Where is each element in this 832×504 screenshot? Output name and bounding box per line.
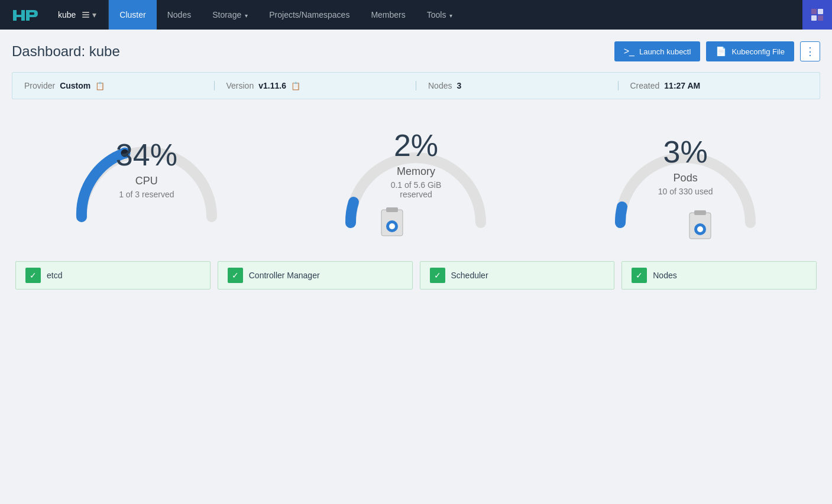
nodes-check-icon: ✓ — [632, 268, 647, 283]
svg-rect-6 — [811, 15, 817, 21]
provider-info: Provider Custom 📋 — [24, 81, 215, 90]
version-info: Version v1.11.6 📋 — [226, 81, 417, 90]
status-item-scheduler: ✓ Scheduler — [420, 261, 615, 290]
info-bar: Provider Custom 📋 Version v1.11.6 📋 Node… — [12, 72, 820, 99]
svg-rect-3 — [82, 17, 89, 18]
grid-menu-icon[interactable] — [802, 0, 832, 30]
svg-rect-4 — [811, 9, 817, 14]
gauges-row: 34% CPU 1 of 3 reserved — [12, 113, 820, 243]
svg-rect-15 — [694, 210, 706, 215]
header-actions: >_ Launch kubectl 📄 Kubeconfig File ⋮ — [614, 41, 820, 61]
pods-sub: 10 of 330 used — [658, 187, 713, 196]
version-label: Version — [226, 81, 254, 90]
controller-manager-label: Controller Manager — [249, 271, 320, 280]
cpu-gauge-visual: 34% CPU 1 of 3 reserved — [64, 119, 229, 238]
nav-items: Cluster Nodes Storage Projects/Namespace… — [109, 0, 802, 30]
svg-rect-1 — [82, 12, 89, 13]
cpu-gauge: 34% CPU 1 of 3 reserved — [58, 119, 235, 238]
svg-rect-11 — [386, 207, 398, 212]
pods-gauge-center: 3% Pods 10 of 330 used — [658, 136, 713, 196]
nodes-status-label: Nodes — [653, 271, 676, 280]
nav-item-cluster[interactable]: Cluster — [109, 0, 156, 30]
pods-percent: 3% — [658, 136, 713, 167]
pods-gauge: 3% Pods 10 of 330 used — [597, 119, 774, 238]
svg-point-9 — [79, 214, 85, 220]
nav-item-nodes[interactable]: Nodes — [157, 0, 202, 30]
provider-value: Custom — [60, 81, 90, 90]
cpu-sub: 1 of 3 reserved — [116, 190, 177, 199]
launch-kubectl-button[interactable]: >_ Launch kubectl — [614, 41, 701, 61]
version-copy-icon[interactable]: 📋 — [291, 82, 300, 90]
page-header: Dashboard: kube >_ Launch kubectl 📄 Kube… — [12, 41, 820, 61]
storage-chevron-icon — [244, 10, 248, 19]
nodes-value: 3 — [457, 81, 461, 90]
etcd-check-icon: ✓ — [25, 268, 41, 283]
scheduler-label: Scheduler — [451, 271, 488, 280]
etcd-label: etcd — [47, 271, 62, 280]
status-item-controller-manager: ✓ Controller Manager — [218, 261, 413, 290]
svg-point-13 — [389, 223, 395, 229]
memory-gauge-center: 2% Memory 0.1 of 5.6 GiB reserved — [374, 130, 457, 199]
brand-logo[interactable] — [0, 0, 50, 30]
created-value: 11:27 AM — [664, 81, 700, 90]
nav-right — [802, 0, 832, 30]
svg-rect-5 — [818, 9, 823, 14]
created-label: Created — [630, 81, 660, 90]
nav-item-projects[interactable]: Projects/Namespaces — [258, 0, 360, 30]
nodes-label: Nodes — [428, 81, 452, 90]
provider-copy-icon[interactable]: 📋 — [95, 82, 105, 90]
provider-label: Provider — [24, 81, 55, 90]
memory-sub: 0.1 of 5.6 GiB reserved — [374, 180, 457, 199]
document-icon: 📄 — [716, 46, 727, 57]
page-title: Dashboard: kube — [12, 43, 120, 60]
cluster-name: kube — [58, 10, 76, 19]
svg-point-17 — [697, 226, 703, 232]
svg-rect-7 — [818, 15, 823, 21]
more-options-button[interactable]: ⋮ — [800, 41, 820, 61]
nav-item-tools[interactable]: Tools — [416, 0, 464, 30]
memory-label: Memory — [374, 165, 457, 178]
main-content: Dashboard: kube >_ Launch kubectl 📄 Kube… — [0, 30, 832, 301]
status-item-etcd: ✓ etcd — [15, 261, 211, 290]
nav-item-storage[interactable]: Storage — [202, 0, 258, 30]
scheduler-check-icon: ✓ — [430, 268, 445, 283]
navbar: kube ▾ Cluster Nodes Storage Projects/Na… — [0, 0, 832, 30]
nodes-info: Nodes 3 — [428, 81, 619, 90]
memory-gauge: 2% Memory 0.1 of 5.6 GiB reserved — [327, 119, 504, 238]
cpu-percent: 34% — [116, 139, 177, 170]
nav-item-members[interactable]: Members — [360, 0, 416, 30]
created-info: Created 11:27 AM — [630, 81, 808, 90]
pods-gauge-visual: 3% Pods 10 of 330 used — [603, 119, 768, 238]
cpu-label: CPU — [116, 175, 177, 187]
tools-chevron-icon — [448, 10, 452, 19]
memory-percent: 2% — [374, 130, 457, 161]
version-value: v1.11.6 — [258, 81, 286, 90]
pods-label: Pods — [658, 172, 713, 184]
cluster-selector[interactable]: kube ▾ — [50, 0, 109, 30]
controller-manager-check-icon: ✓ — [228, 268, 243, 283]
cpu-gauge-center: 34% CPU 1 of 3 reserved — [116, 139, 177, 199]
terminal-icon: >_ — [624, 46, 634, 57]
kubeconfig-button[interactable]: 📄 Kubeconfig File — [706, 41, 794, 61]
status-bar: ✓ etcd ✓ Controller Manager ✓ Scheduler … — [12, 261, 820, 290]
svg-rect-2 — [82, 14, 89, 15]
status-item-nodes: ✓ Nodes — [621, 261, 817, 290]
memory-gauge-visual: 2% Memory 0.1 of 5.6 GiB reserved — [333, 119, 498, 238]
